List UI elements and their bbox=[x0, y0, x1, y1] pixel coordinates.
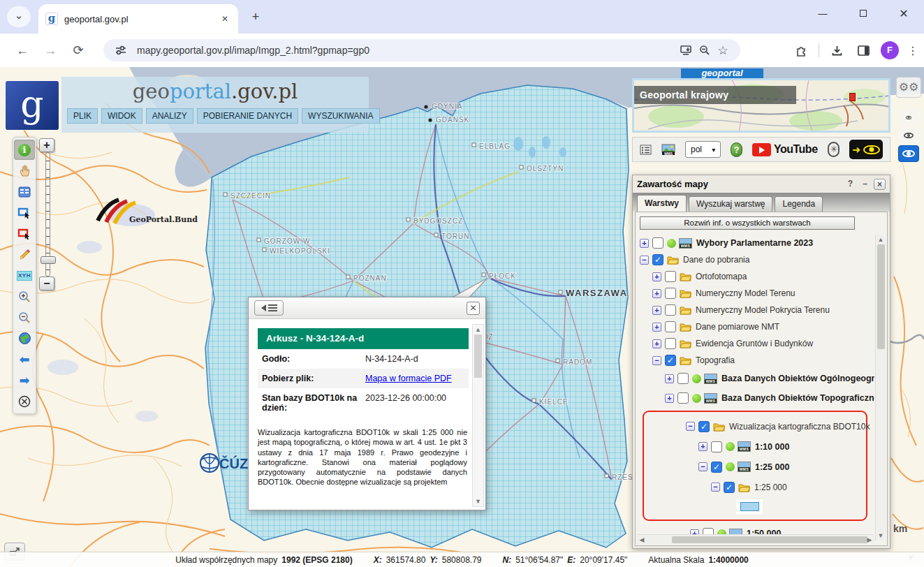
expand-icon[interactable]: + bbox=[652, 339, 661, 348]
collapse-icon[interactable]: − bbox=[640, 256, 649, 265]
high-contrast-toggle[interactable]: ➜ bbox=[849, 140, 883, 159]
coordinates-tool-button[interactable]: XYH bbox=[14, 265, 35, 286]
clear-selection-button[interactable] bbox=[14, 391, 35, 411]
identify-tool-button[interactable]: i bbox=[14, 140, 35, 160]
attribute-table-button[interactable] bbox=[14, 182, 35, 202]
layer-checkbox[interactable] bbox=[677, 392, 689, 404]
extensions-icon[interactable] bbox=[792, 41, 810, 59]
zoom-in-button[interactable]: + bbox=[39, 138, 54, 152]
popup-scrollbar[interactable]: ▲▼ bbox=[472, 324, 484, 507]
layer-row[interactable]: +WMSWybory Parlamentarne 2023 bbox=[637, 235, 874, 251]
zoom-out-button[interactable]: − bbox=[39, 277, 54, 290]
globe-wheel-icon[interactable] bbox=[828, 142, 840, 157]
site-settings-icon[interactable] bbox=[112, 41, 130, 59]
deselect-rectangle-button[interactable] bbox=[14, 223, 35, 244]
overview-map[interactable]: Geoportal krajowy bbox=[632, 78, 890, 133]
layer-row[interactable]: +Dane pomiarowe NMT bbox=[637, 318, 874, 335]
map-stage[interactable]: GDYNIAGDAŃSKELBLĄGOLSZTYNSZCZECINBYDGOSZ… bbox=[0, 67, 924, 567]
layer-checkbox[interactable] bbox=[665, 304, 676, 316]
layer-row[interactable]: +WMSBaza Danych Obiektów Topograficzn bbox=[637, 388, 874, 408]
layer-row[interactable]: +Ortofotomapa bbox=[637, 268, 874, 285]
layer-checkbox[interactable] bbox=[711, 441, 722, 452]
layer-row[interactable]: −✓Wizualizacja kartograficzna BDOT10k bbox=[645, 416, 865, 436]
profile-avatar[interactable]: F bbox=[881, 41, 899, 59]
expand-icon[interactable]: + bbox=[665, 394, 674, 403]
panel-horizontal-scrollbar[interactable]: ◀▶ bbox=[637, 534, 874, 544]
medium-view-button[interactable] bbox=[898, 127, 919, 144]
layer-row[interactable]: +Numeryczny Model Terenu bbox=[637, 285, 874, 302]
full-extent-button[interactable] bbox=[14, 328, 35, 348]
collapse-icon[interactable]: − bbox=[698, 462, 707, 471]
popup-close-icon[interactable]: ✕ bbox=[467, 302, 480, 315]
expand-all-layers-button[interactable]: Rozwiń inf. o wszystkich warstwach bbox=[640, 216, 855, 230]
zoom-in-tool-button[interactable] bbox=[14, 286, 35, 307]
language-select[interactable]: pol▾ bbox=[685, 141, 721, 158]
panel-vertical-scrollbar[interactable]: ▲▼ bbox=[875, 235, 886, 540]
tab-wyszukaj-warstwę[interactable]: Wyszukaj warstwę bbox=[689, 196, 773, 212]
layer-checkbox[interactable] bbox=[677, 373, 689, 384]
layer-row[interactable]: +Numeryczny Model Pokrycia Terenu bbox=[637, 302, 874, 318]
expand-icon[interactable]: + bbox=[652, 306, 661, 315]
back-button[interactable]: ← bbox=[13, 40, 32, 60]
tab-legenda[interactable]: Legenda bbox=[775, 196, 823, 212]
collapse-icon[interactable]: − bbox=[652, 356, 661, 365]
menu-item-analizy[interactable]: ANALIZY bbox=[146, 108, 193, 124]
menu-item-plik[interactable]: PLIK bbox=[67, 108, 98, 124]
layer-row[interactable]: +WMSBaza Danych Obiektów Ogólnogeogr bbox=[637, 369, 874, 388]
new-tab-button[interactable]: + bbox=[248, 10, 263, 25]
tab-search-button[interactable]: ⌄ bbox=[7, 6, 31, 27]
layer-row[interactable]: −✓1:25 000 bbox=[645, 477, 865, 497]
layer-checkbox[interactable]: ✓ bbox=[724, 482, 735, 493]
expand-icon[interactable]: + bbox=[698, 442, 707, 451]
help-button[interactable]: ? bbox=[731, 142, 742, 157]
panel-help-icon[interactable]: ? bbox=[844, 179, 856, 190]
zoom-handle[interactable] bbox=[41, 256, 56, 264]
previous-view-button[interactable]: ⬅ bbox=[14, 349, 35, 369]
layer-checkbox[interactable]: ✓ bbox=[711, 462, 722, 473]
zoom-track[interactable] bbox=[45, 152, 50, 277]
layer-row[interactable]: +WMS1:10 000 bbox=[645, 436, 865, 457]
small-view-button[interactable] bbox=[898, 109, 919, 126]
layer-checkbox[interactable] bbox=[665, 321, 676, 332]
window-minimize-button[interactable]: — bbox=[802, 0, 843, 28]
menu-item-widok[interactable]: WIDOK bbox=[101, 108, 142, 124]
bookmark-star-icon[interactable]: ☆ bbox=[714, 41, 732, 59]
expand-icon[interactable]: + bbox=[665, 374, 674, 383]
layer-row[interactable]: −✓WMS1:25 000 bbox=[645, 457, 865, 477]
wms-services-icon[interactable]: WMS bbox=[661, 144, 675, 156]
window-maximize-button[interactable] bbox=[843, 0, 883, 28]
expand-icon[interactable]: + bbox=[640, 239, 649, 248]
legend-grid-icon[interactable] bbox=[640, 145, 652, 155]
expand-icon[interactable]: + bbox=[652, 323, 661, 332]
large-view-button[interactable] bbox=[898, 145, 919, 162]
menu-item-pobieranie-danych[interactable]: POBIERANIE DANYCH bbox=[197, 108, 298, 124]
pdf-download-link[interactable]: Mapa w formacie PDF bbox=[365, 374, 456, 383]
expand-icon[interactable]: + bbox=[652, 289, 661, 298]
tab-warstwy[interactable]: Warstwy bbox=[637, 195, 687, 212]
window-close-button[interactable]: ✕ bbox=[883, 0, 924, 28]
downloads-icon[interactable] bbox=[828, 41, 846, 59]
back-to-list-button[interactable] bbox=[254, 300, 284, 316]
select-rectangle-button[interactable] bbox=[14, 202, 35, 223]
settings-gear-button[interactable]: ⚙⚙ bbox=[896, 77, 921, 98]
menu-item-wyszukiwania[interactable]: WYSZUKIWANIA bbox=[302, 108, 380, 124]
browser-menu-icon[interactable]: ⋮ bbox=[907, 44, 918, 57]
panel-close-icon[interactable]: × bbox=[874, 179, 886, 190]
panel-minimize-icon[interactable]: – bbox=[859, 179, 871, 190]
draw-tool-button[interactable] bbox=[14, 244, 35, 265]
next-view-button[interactable]: ➡ bbox=[14, 370, 35, 390]
collapse-icon[interactable]: − bbox=[711, 483, 720, 492]
collapse-icon[interactable]: − bbox=[686, 422, 695, 431]
expand-icon[interactable]: + bbox=[652, 272, 661, 281]
pan-tool-button[interactable] bbox=[14, 161, 35, 181]
layer-checkbox[interactable]: ✓ bbox=[665, 355, 676, 366]
reload-button[interactable]: ⟳ bbox=[68, 40, 88, 60]
tab-close-icon[interactable]: ✕ bbox=[219, 13, 231, 25]
layer-checkbox[interactable] bbox=[652, 237, 663, 249]
layer-row[interactable]: −✓Dane do pobrania bbox=[637, 251, 874, 268]
layer-row[interactable]: +Ewidencja Gruntów i Budynków bbox=[637, 335, 874, 352]
layer-row[interactable]: −✓Topografia bbox=[637, 352, 874, 369]
zoom-out-tool-button[interactable] bbox=[14, 307, 35, 327]
layer-checkbox[interactable]: ✓ bbox=[698, 421, 710, 432]
side-panel-icon[interactable] bbox=[854, 41, 872, 59]
